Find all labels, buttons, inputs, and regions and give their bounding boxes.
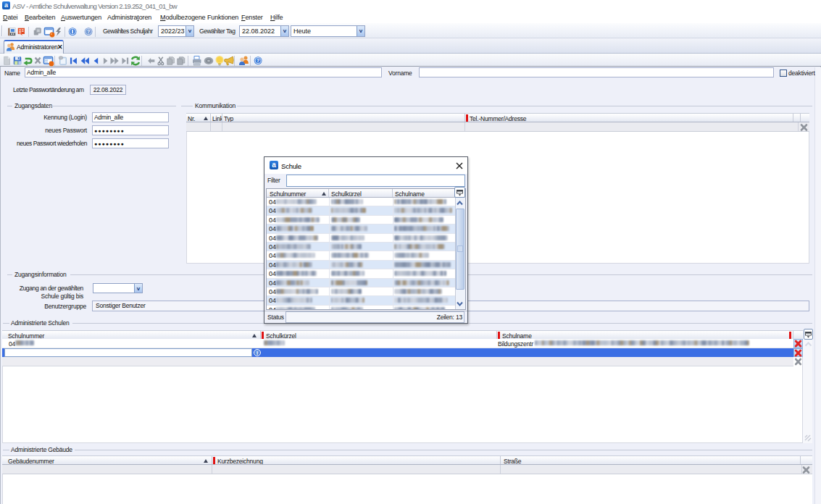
svg-text:?: ? — [257, 57, 260, 64]
svg-text:?: ? — [87, 29, 90, 34]
